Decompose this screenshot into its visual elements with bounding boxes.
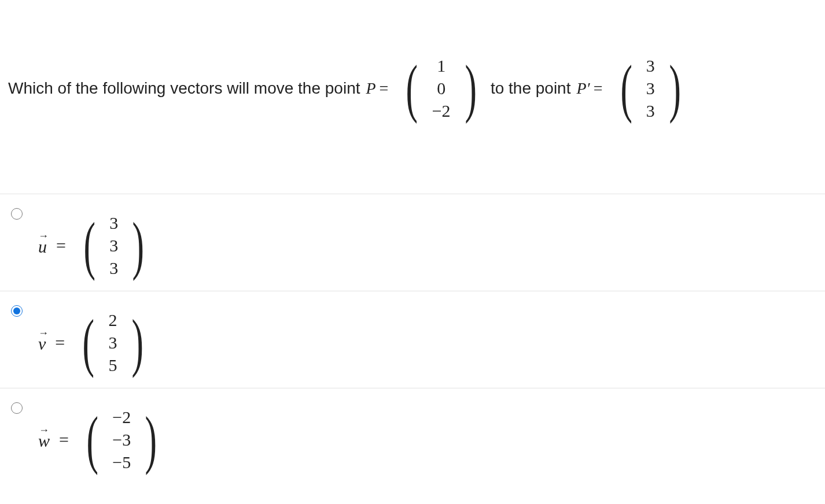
question-stem: Which of the following vectors will move… bbox=[0, 0, 825, 124]
w-value-0: −2 bbox=[112, 406, 131, 428]
options-list: →u = ( 3 3 3 ) →v = ( bbox=[0, 194, 825, 485]
question-text-part1: Which of the following vectors will move… bbox=[8, 79, 360, 98]
v-value-1: 3 bbox=[109, 331, 117, 354]
point-Pprime-label: P′= bbox=[576, 79, 606, 98]
w-value-1: −3 bbox=[112, 428, 131, 451]
v-value-0: 2 bbox=[109, 309, 117, 331]
radio-u[interactable] bbox=[11, 208, 23, 220]
Pprime-value-2: 3 bbox=[646, 99, 655, 122]
point-P-vector: ( 1 0 −2 ) bbox=[401, 52, 481, 124]
question-text-part2: to the point bbox=[491, 79, 571, 98]
Pprime-value-1: 3 bbox=[646, 77, 655, 99]
w-value-2: −5 bbox=[112, 451, 131, 473]
u-value-0: 3 bbox=[109, 212, 118, 234]
P-value-1: 0 bbox=[437, 77, 445, 99]
radio-w[interactable] bbox=[11, 402, 23, 414]
point-P-label: P= bbox=[366, 79, 392, 98]
P-value-2: −2 bbox=[432, 99, 451, 122]
radio-v[interactable] bbox=[11, 305, 23, 317]
option-v-math: →v = ( 2 3 5 ) bbox=[38, 306, 152, 379]
u-value-2: 3 bbox=[109, 257, 118, 279]
point-Pprime-vector: ( 3 3 3 ) bbox=[616, 52, 686, 124]
option-u-math: →u = ( 3 3 3 ) bbox=[38, 209, 153, 281]
u-value-1: 3 bbox=[109, 234, 118, 257]
Pprime-value-0: 3 bbox=[646, 54, 655, 77]
v-value-2: 5 bbox=[109, 354, 117, 376]
option-v[interactable]: →v = ( 2 3 5 ) bbox=[0, 291, 825, 388]
option-u[interactable]: →u = ( 3 3 3 ) bbox=[0, 194, 825, 291]
option-w[interactable]: →w = ( −2 −3 −5 ) bbox=[0, 388, 825, 485]
P-value-0: 1 bbox=[437, 54, 445, 77]
option-w-math: →w = ( −2 −3 −5 ) bbox=[38, 403, 165, 476]
